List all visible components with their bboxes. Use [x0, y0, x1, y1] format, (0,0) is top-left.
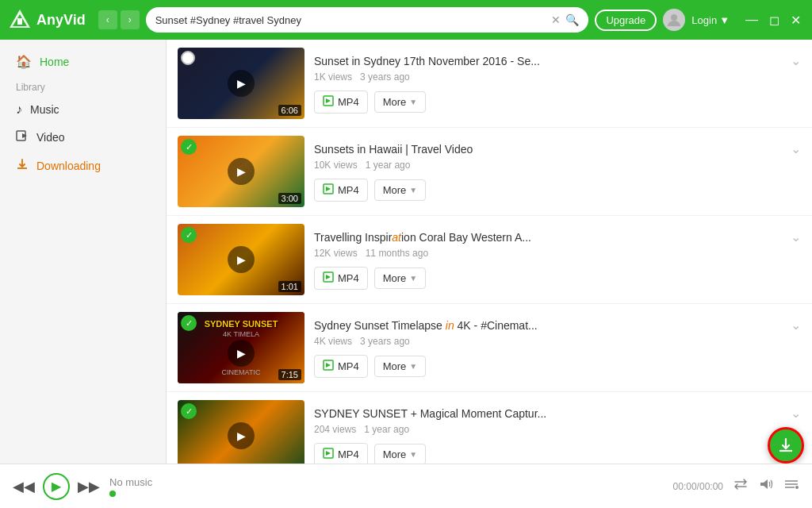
result-item: ▶ ✓ 3:00 Sunsets in Hawaii | Travel Vide…	[167, 128, 812, 216]
music-icon: ♪	[16, 102, 22, 117]
forward-button[interactable]: ›	[121, 10, 140, 29]
sidebar-section-label: Library	[0, 75, 166, 96]
svg-marker-12	[326, 275, 331, 279]
more-button-5[interactable]: More ▼	[374, 444, 427, 464]
result-meta-1: 1K views 3 years ago	[314, 71, 801, 83]
close-button[interactable]: ✕	[787, 11, 804, 29]
thumb-bg-5: ▶	[178, 400, 304, 464]
thumbnail-4[interactable]: SYDNEY SUNSET 4K TIMELA ▶ CINEMATIC ✓ 7:…	[178, 312, 304, 383]
expand-icon-5[interactable]: ⌄	[791, 406, 801, 421]
logo-icon	[8, 8, 32, 32]
back-button[interactable]: ‹	[98, 10, 117, 29]
play-circle-4: ▶	[228, 340, 255, 367]
sidebar-item-music[interactable]: ♪ Music	[0, 96, 166, 123]
volume-button[interactable]	[758, 476, 774, 496]
play-circle-1: ▶	[228, 70, 255, 97]
thumbnail-2[interactable]: ▶ ✓ 3:00	[178, 136, 304, 207]
search-input[interactable]	[155, 14, 547, 26]
upgrade-button[interactable]: Upgrade	[595, 10, 657, 31]
chevron-down-icon-1: ▼	[409, 98, 417, 106]
video-icon	[16, 129, 29, 145]
check-badge-2: ✓	[181, 139, 197, 155]
sidebar-item-home[interactable]: 🏠 Home	[0, 48, 166, 75]
result-actions-1: MP4 More ▼	[314, 90, 801, 114]
minimize-button[interactable]: —	[742, 11, 761, 29]
result-meta-3: 12K views 11 months ago	[314, 248, 801, 259]
maximize-button[interactable]: ◻	[766, 11, 783, 29]
repeat-button[interactable]	[733, 476, 749, 496]
play-pause-button[interactable]: ▶	[43, 473, 70, 500]
thumbnail-1[interactable]: ▶ 6:06	[178, 48, 304, 119]
play-circle-5: ▶	[228, 422, 255, 449]
duration-1: 6:06	[278, 105, 301, 116]
svg-point-3	[671, 14, 677, 21]
result-title-4: Sydney Sunset Timelapse in 4K - #Cinemat…	[314, 318, 801, 333]
more-button-2[interactable]: More ▼	[374, 179, 427, 201]
more-button-1[interactable]: More ▼	[374, 91, 427, 113]
login-button[interactable]: Login ▼	[691, 14, 730, 26]
search-clear-icon[interactable]: ✕	[551, 13, 561, 26]
result-actions-4: MP4 More ▼	[314, 355, 801, 378]
window-controls: — ◻ ✕	[742, 11, 804, 29]
next-button[interactable]: ▶▶	[78, 478, 100, 495]
thumbnail-3[interactable]: ▶ ✓ 1:01	[178, 224, 304, 295]
prev-button[interactable]: ◀◀	[13, 478, 35, 495]
thumbnail-5[interactable]: ▶ ✓	[178, 400, 304, 464]
play-circle-2: ▶	[228, 158, 255, 185]
sidebar-music-label: Music	[30, 103, 59, 116]
chevron-down-icon-3: ▼	[409, 274, 417, 283]
player-right-controls	[733, 476, 799, 496]
result-actions-3: MP4 More ▼	[314, 267, 801, 290]
chevron-down-icon-2: ▼	[409, 186, 417, 194]
result-actions-5: MP4 More ▼	[314, 443, 801, 464]
result-info-3: Travelling Inspiration Coral Bay Western…	[314, 229, 801, 290]
result-meta-5: 204 views 1 year ago	[314, 424, 801, 435]
mp4-button-2[interactable]: MP4	[314, 179, 368, 202]
svg-marker-16	[326, 451, 331, 456]
mp4-button-5[interactable]: MP4	[314, 443, 368, 464]
result-item: ▶ ✓ 1:01 Travelling Inspiration Coral Ba…	[167, 216, 812, 304]
chevron-down-icon-4: ▼	[409, 362, 417, 371]
duration-2: 3:00	[278, 193, 301, 204]
player-bar: ◀◀ ▶ ▶▶ No music 00:00/00:00	[0, 464, 812, 508]
search-bar: ✕ 🔍	[146, 7, 589, 33]
sidebar-item-downloading[interactable]: Downloading	[0, 152, 166, 180]
result-title-3: Travelling Inspiration Coral Bay Western…	[314, 229, 801, 244]
main-layout: 🏠 Home Library ♪ Music Video Downloading	[0, 40, 812, 464]
more-button-4[interactable]: More ▼	[374, 356, 427, 377]
svg-rect-2	[17, 18, 22, 25]
sidebar-video-label: Video	[36, 131, 65, 144]
result-meta-2: 10K views 1 year ago	[314, 160, 801, 171]
svg-marker-10	[326, 187, 331, 191]
svg-marker-14	[326, 363, 331, 368]
expand-icon-2[interactable]: ⌄	[791, 141, 801, 156]
search-icon[interactable]: 🔍	[565, 13, 579, 26]
mp4-icon-4	[323, 360, 334, 373]
content-area: ▶ 6:06 Sunset in Sydney 17th November 20…	[167, 40, 812, 464]
expand-icon-3[interactable]: ⌄	[791, 229, 801, 244]
svg-marker-8	[326, 98, 331, 103]
mp4-button-3[interactable]: MP4	[314, 267, 368, 290]
result-item: SYDNEY SUNSET 4K TIMELA ▶ CINEMATIC ✓ 7:…	[167, 304, 812, 392]
expand-icon-4[interactable]: ⌄	[791, 318, 801, 333]
sidebar-downloading-label: Downloading	[36, 160, 101, 172]
mp4-icon-2	[323, 183, 334, 197]
svg-marker-5	[22, 133, 27, 138]
player-controls: ◀◀ ▶ ▶▶	[13, 473, 100, 500]
sidebar-item-video[interactable]: Video	[0, 123, 166, 152]
chevron-down-icon: ▼	[719, 14, 730, 26]
result-meta-4: 4K views 3 years ago	[314, 336, 801, 347]
playlist-button[interactable]	[783, 476, 799, 496]
more-button-3[interactable]: More ▼	[374, 267, 427, 289]
mp4-icon-1	[323, 95, 334, 109]
mp4-button-4[interactable]: MP4	[314, 355, 368, 378]
result-info-1: Sunset in Sydney 17th November 2016 - Se…	[314, 53, 801, 114]
result-title-1: Sunset in Sydney 17th November 2016 - Se…	[314, 53, 801, 68]
download-fab[interactable]	[768, 427, 804, 464]
mp4-button-1[interactable]: MP4	[314, 90, 368, 114]
radio-badge-1	[181, 51, 195, 65]
duration-3: 1:01	[278, 281, 301, 292]
logo-area: AnyVid	[8, 8, 86, 32]
expand-icon-1[interactable]: ⌄	[791, 53, 801, 68]
title-bar: AnyVid ‹ › ✕ 🔍 Upgrade Login ▼ — ◻ ✕	[0, 0, 812, 40]
